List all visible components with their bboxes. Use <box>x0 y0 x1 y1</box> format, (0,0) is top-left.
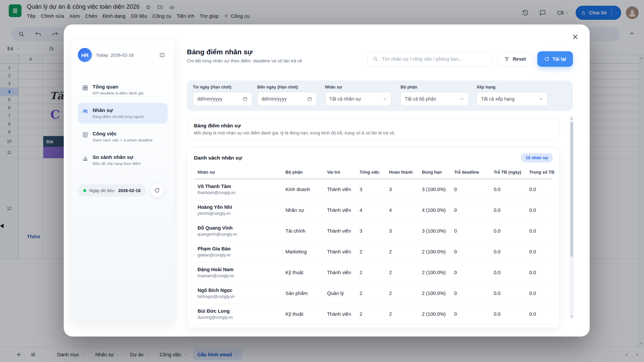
person-select[interactable]: Tất cả nhân sự <box>325 92 391 106</box>
cell-ontime: 2 (100.0%) <box>419 304 451 324</box>
cell-weight: 0.0 <box>526 179 552 200</box>
cell-done: 2 <box>386 241 419 262</box>
cell-role: Thành viên <box>324 241 356 262</box>
chevron-down-icon <box>539 97 543 101</box>
person-name: Ngô Bích Ngọc <box>198 288 279 293</box>
data-date-pill: Ngày dữ liệu: 2026-02-18 <box>78 184 146 197</box>
hr-scoreboard-dialog: HR Today: 2026-02-18 Tổng quanKPI deadli… <box>64 24 590 337</box>
staff-count-badge: 10 nhân sự <box>521 153 553 163</box>
today-label: Today: 2026-02-18 <box>96 53 134 58</box>
sidebar-item-title: So sánh nhân sự <box>93 154 141 160</box>
reload-button[interactable]: Tải lại <box>537 51 573 67</box>
person-email: bichngoc@congty.vn <box>198 294 279 299</box>
scrollbar-thumb[interactable] <box>571 122 573 257</box>
table-row: Ngô Bích Ngọcbichngoc@congty.vn Sản phẩm… <box>194 283 552 304</box>
dialog-controls: Reset Tải lại <box>367 51 573 67</box>
table-row: Hoàng Yến Nhiyennhi@congty.vn Nhân sự Th… <box>194 200 552 221</box>
sidebar-item-nhan-su[interactable]: Nhân sựBảng điểm chi tiết từng người <box>78 103 168 124</box>
search-icon <box>372 56 378 62</box>
reset-label: Reset <box>513 56 526 62</box>
sidebar-item-subtitle: Bảng điểm chi tiết từng người <box>93 114 144 119</box>
filter-bar: Từ ngày (Hạn chót) dd/mm/yyyy Đến ngày (… <box>187 80 573 111</box>
refresh-data-button[interactable] <box>150 183 164 197</box>
refresh-icon <box>544 56 549 62</box>
to-date-input[interactable]: dd/mm/yyyy <box>257 92 317 106</box>
sidebar-item-title: Công việc <box>93 131 153 137</box>
sidebar-item-subtitle: Danh sách việc + vi phạm deadline <box>93 138 153 143</box>
funnel-icon <box>504 56 509 62</box>
dialog-scrollbar[interactable]: ▲ ▼ <box>570 116 574 319</box>
filter-label-dept: Bộ phận <box>400 85 469 89</box>
sidebar-item-title: Tổng quan <box>93 84 144 90</box>
cell-ontime: 2 (100.0%) <box>419 283 451 304</box>
cell-total: 2 <box>356 262 386 283</box>
cell-dept: Kinh doanh <box>282 179 324 200</box>
col-header: Trọng số TB <box>526 167 552 179</box>
date-value: dd/mm/yyyy <box>197 96 222 102</box>
sidebar-item-subtitle: KPI deadline & điểm đánh giá <box>93 91 144 96</box>
scroll-down-icon[interactable]: ▼ <box>570 315 574 318</box>
cell-weight: 0.0 <box>526 200 552 221</box>
table-row: Đặng Hoài Namhoainam@congty.vn Kỹ thuật … <box>194 262 552 283</box>
cell-total: 4 <box>356 200 386 221</box>
cell-late: 0 <box>451 179 490 200</box>
dept-select-value: Tất cả bộ phận <box>405 96 436 102</box>
cell-total: 3 <box>356 221 386 241</box>
cell-late: 0 <box>451 304 490 324</box>
cell-ontime: 2 (100.0%) <box>419 262 451 283</box>
scroll-up-icon[interactable]: ▲ <box>570 117 574 120</box>
dashboard-icon <box>82 84 89 91</box>
reload-label: Tải lại <box>552 56 566 62</box>
search-box <box>367 51 493 67</box>
cell-weight: 0.0 <box>526 283 552 304</box>
cell-weight: 0.0 <box>526 221 552 241</box>
cell-ontime: 3 (100.0%) <box>419 179 451 200</box>
calendar-icon[interactable] <box>307 96 312 102</box>
cell-role: Thành viên <box>324 262 356 283</box>
calendar-icon[interactable] <box>243 96 248 102</box>
chevron-down-icon <box>460 97 465 101</box>
cell-late: 0 <box>451 200 490 221</box>
info-card-desc: Mỗi dòng là một nhân sự với điểm đánh gi… <box>194 130 553 135</box>
cell-done: 4 <box>386 200 419 221</box>
from-date-input[interactable]: dd/mm/yyyy <box>193 92 252 106</box>
table-title: Danh sách nhân sự <box>194 155 242 161</box>
dept-select[interactable]: Tất cả bộ phận <box>400 92 469 106</box>
cell-late: 0 <box>451 221 490 241</box>
col-header: Bộ phận <box>282 167 324 179</box>
info-card: Bảng điểm nhân sự Mỗi dòng là một nhân s… <box>187 118 560 140</box>
col-header: Đúng hạn <box>419 167 451 179</box>
search-input[interactable] <box>382 56 488 62</box>
filter-label-person: Nhân sự <box>325 85 391 89</box>
person-email: yennhi@congty.vn <box>198 211 279 216</box>
person-name: Bùi Đức Long <box>198 308 279 314</box>
person-name: Võ Thanh Tâm <box>198 184 279 189</box>
cell-late: 0 <box>451 262 490 283</box>
cell-weight: 0.0 <box>526 241 552 262</box>
cell-dept: Kỹ thuật <box>282 304 324 324</box>
person-name: Phạm Gia Bảo <box>198 246 279 251</box>
close-icon[interactable] <box>570 31 581 43</box>
collapse-sidebar-icon[interactable] <box>156 49 168 61</box>
cell-role: Thành viên <box>324 221 356 241</box>
cell-ontime: 2 (100.0%) <box>419 241 451 262</box>
info-card-title: Bảng điểm nhân sự <box>194 123 553 128</box>
cell-dept: Kỹ thuật <box>282 262 324 283</box>
col-header: Hoàn thành <box>386 167 419 179</box>
filter-label-rank: Xếp hạng <box>477 85 548 89</box>
reset-button[interactable]: Reset <box>497 51 533 67</box>
cell-total: 2 <box>356 304 386 324</box>
sidebar-item-subtitle: Biểu đồ xếp hạng theo điểm <box>93 161 141 166</box>
person-email: thanhtam@congty.vn <box>198 190 279 195</box>
staff-table: Nhân sự Bộ phận Vai trò Tổng việc Hoàn t… <box>194 167 552 325</box>
cell-total: 2 <box>356 283 386 304</box>
sidebar-item-tong-quan[interactable]: Tổng quanKPI deadline & điểm đánh giá <box>78 79 168 100</box>
cell-late: 0 <box>451 241 490 262</box>
cell-ontime: 3 (100.0%) <box>419 221 451 241</box>
person-name: Hoàng Yến Nhi <box>198 204 279 210</box>
sidebar-item-cong-viec[interactable]: Công việcDanh sách việc + vi phạm deadli… <box>78 126 168 147</box>
data-date-label: Ngày dữ liệu: <box>89 188 115 193</box>
cell-late-avg: 0.0 <box>490 200 526 221</box>
sidebar-item-so-sanh[interactable]: So sánh nhân sựBiểu đồ xếp hạng theo điể… <box>78 150 168 171</box>
rank-select[interactable]: Tất cả xếp hạng <box>477 92 548 106</box>
